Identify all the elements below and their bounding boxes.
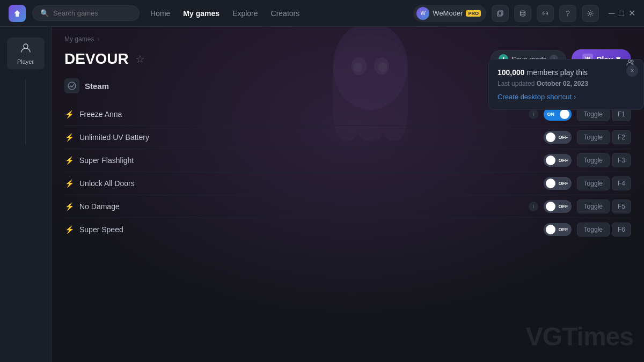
create-shortcut-link[interactable]: Create desktop shortcut › [497, 93, 635, 101]
mod-name-super-speed: Super Speed [79, 225, 538, 234]
toggle-knob-super-speed [546, 225, 555, 234]
sidebar-divider [25, 80, 26, 144]
mod-name-unlock-all-doors: Unlock All Doors [79, 179, 538, 188]
toggle-knob-unlimited-uv-battery [546, 132, 555, 142]
members-count: 100,000 members play this [497, 68, 635, 77]
last-updated-date: October 02, 2023 [537, 80, 588, 87]
breadcrumb-my-games[interactable]: My games [64, 35, 94, 43]
navbar: 🔍 Home My games Explore Creators W WeMod… [0, 0, 644, 27]
fkey-super-speed[interactable]: F6 [612, 223, 631, 237]
mod-icon-super-flashlight: ⚡ [64, 156, 74, 165]
svg-point-2 [520, 11, 525, 13]
toggle-key-no-damage[interactable]: Toggle [577, 200, 610, 213]
app-logo[interactable] [9, 5, 26, 22]
search-input[interactable] [53, 9, 131, 17]
mod-row-no-damage: ⚡ No Damage i OFF Toggle F5 [64, 195, 631, 218]
last-updated-label: Last updated [497, 80, 535, 87]
nav-home[interactable]: Home [150, 9, 170, 18]
player-icon [20, 42, 32, 56]
mod-name-unlimited-uv-battery: Unlimited UV Battery [79, 133, 538, 142]
close-button[interactable]: ✕ [628, 8, 635, 18]
members-suffix: members play this [525, 68, 588, 77]
mod-icon-unlimited-uv-battery: ⚡ [64, 133, 74, 142]
copy-icon-btn[interactable] [492, 5, 509, 22]
toggle-knob-unlock-all-doors [546, 179, 555, 188]
key-group-no-damage: Toggle F5 [577, 200, 631, 213]
platform-label: Steam [85, 82, 109, 91]
mod-row-super-flashlight: ⚡ Super Flashlight OFF Toggle F3 [64, 149, 631, 172]
mod-info-no-damage[interactable]: i [529, 202, 538, 211]
toggle-super-flashlight[interactable]: OFF [544, 154, 572, 167]
help-icon-btn[interactable]: ? [559, 5, 576, 22]
window-controls: ─ □ ✕ [609, 8, 635, 18]
steam-icon [64, 78, 79, 93]
mod-icon-no-damage: ⚡ [64, 202, 74, 211]
mod-row-unlimited-uv-battery: ⚡ Unlimited UV Battery OFF Toggle F2 [64, 126, 631, 149]
svg-point-3 [544, 13, 545, 14]
shortcut-label: Create desktop shortcut [497, 93, 572, 101]
fkey-no-damage[interactable]: F5 [612, 200, 631, 213]
toggle-key-unlock-all-doors[interactable]: Toggle [577, 176, 610, 190]
nav-creators[interactable]: Creators [271, 9, 300, 18]
nav-my-games[interactable]: My games [183, 9, 219, 18]
mod-name-no-damage: No Damage [79, 202, 523, 211]
mods-table: ⚡ Freeze Anna i ON Toggle F1 ⚡ Unlimited… [64, 103, 631, 241]
search-icon: 🔍 [40, 9, 49, 17]
toggle-no-damage[interactable]: OFF [544, 200, 572, 213]
breadcrumb-separator: › [97, 35, 99, 43]
mod-icon-super-speed: ⚡ [64, 225, 74, 234]
last-updated: Last updated October 02, 2023 [497, 80, 635, 87]
info-panel: × 100,000 members play this Last updated… [488, 59, 644, 110]
svg-point-14 [628, 60, 631, 63]
avatar: W [416, 7, 429, 20]
mod-icon-unlock-all-doors: ⚡ [64, 179, 74, 188]
player-label: Player [17, 58, 34, 65]
key-group-unlock-all-doors: Toggle F4 [577, 176, 631, 190]
svg-rect-1 [499, 11, 503, 15]
members-number: 100,000 [497, 68, 525, 77]
svg-point-11 [24, 44, 28, 48]
svg-point-5 [589, 12, 591, 14]
breadcrumb: My games › [64, 35, 631, 43]
toggle-super-speed[interactable]: OFF [544, 223, 572, 236]
toggle-key-super-speed[interactable]: Toggle [577, 223, 610, 237]
mod-name-freeze-anna: Freeze Anna [79, 110, 523, 119]
sidebar: Player [0, 27, 52, 362]
sidebar-item-player[interactable]: Player [7, 38, 45, 69]
restore-button[interactable]: □ [619, 9, 624, 18]
nav-explore[interactable]: Explore [232, 9, 258, 18]
settings-icon-btn[interactable] [582, 5, 599, 22]
shortcut-arrow: › [574, 93, 576, 101]
fkey-unlock-all-doors[interactable]: F4 [612, 176, 631, 190]
fkey-super-flashlight[interactable]: F3 [612, 153, 631, 167]
game-title: DEVOUR [64, 50, 129, 68]
key-group-super-speed: Toggle F6 [577, 223, 631, 237]
toggle-unlimited-uv-battery[interactable]: OFF [544, 131, 572, 144]
toggle-unlock-all-doors[interactable]: OFF [544, 177, 572, 190]
toggle-key-unlimited-uv-battery[interactable]: Toggle [577, 130, 610, 144]
favorite-icon[interactable]: ☆ [135, 53, 145, 65]
svg-rect-0 [497, 12, 502, 16]
minimize-button[interactable]: ─ [609, 9, 614, 18]
nav-links: Home My games Explore Creators [150, 9, 299, 18]
key-group-unlimited-uv-battery: Toggle F2 [577, 130, 631, 144]
mod-name-super-flashlight: Super Flashlight [79, 156, 538, 165]
fkey-unlimited-uv-battery[interactable]: F2 [612, 130, 631, 144]
svg-point-12 [68, 82, 76, 90]
toggle-knob-no-damage [546, 202, 555, 211]
toggle-knob-freeze-anna [560, 109, 569, 119]
svg-point-15 [631, 60, 633, 62]
main-content: Player My games › DEVOUR ☆ ⬇ Save mods i… [0, 27, 644, 362]
database-icon-btn[interactable] [514, 5, 531, 22]
mod-info-freeze-anna[interactable]: i [529, 109, 538, 119]
mod-icon-freeze-anna: ⚡ [64, 110, 74, 119]
user-name: WeModer [433, 9, 463, 17]
info-panel-close-button[interactable]: × [626, 65, 638, 77]
toggle-key-super-flashlight[interactable]: Toggle [577, 153, 610, 167]
key-group-super-flashlight: Toggle F3 [577, 153, 631, 167]
toggle-knob-super-flashlight [546, 156, 555, 165]
user-badge[interactable]: W WeModer PRO [413, 5, 486, 22]
discord-icon-btn[interactable] [537, 5, 554, 22]
search-bar[interactable]: 🔍 [32, 5, 140, 21]
svg-point-4 [546, 13, 547, 14]
